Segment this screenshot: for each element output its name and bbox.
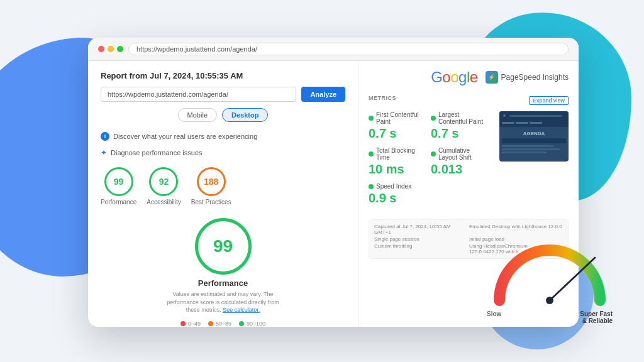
big-score-circle: 99	[195, 218, 252, 275]
legend-label-red: 0–49	[188, 321, 201, 327]
thumb-content-block	[502, 138, 566, 143]
dot-close	[98, 46, 104, 52]
metric-name-si: Speed Index	[369, 183, 425, 190]
tab-desktop[interactable]: Desktop	[222, 108, 268, 122]
screenshot-thumbnail: AGENDA	[499, 111, 569, 162]
score-label-accessibility: Accessibility	[147, 199, 180, 206]
tab-row: Mobile Desktop	[101, 108, 345, 122]
gauge-fast-label: Super Fast& Reliable	[580, 310, 613, 324]
browser-topbar: https://wpdemo.justattend.com/agenda/	[88, 38, 579, 61]
legend-dot-red	[180, 321, 186, 326]
metric-value-fcp: 0.7 s	[369, 126, 425, 141]
g-letter-4: g	[458, 69, 467, 85]
score-performance: 99 Performance	[101, 167, 136, 206]
browser-dots	[98, 46, 123, 52]
metric-si: Speed Index 0.9 s	[369, 183, 425, 206]
g-letter-2: o	[442, 69, 450, 85]
g-letter-1: G	[431, 69, 442, 85]
gauge-svg	[487, 238, 613, 307]
legend-row: 0–49 50–89 90–100	[101, 321, 345, 327]
metric-value-cls: 0.013	[431, 162, 487, 177]
discover-text: Discover what your real users are experi…	[113, 133, 257, 140]
thumb-main: AGENDA	[499, 127, 569, 158]
expand-view-button[interactable]: Expand view	[529, 96, 569, 105]
dot-minimize	[108, 46, 114, 52]
metric-fcp: First Contentful Paint 0.7 s	[369, 111, 425, 141]
discover-row: i Discover what your real users are expe…	[101, 129, 345, 143]
score-circle-performance: 99	[104, 167, 133, 196]
gauge-section: Slow Super Fast& Reliable	[487, 238, 613, 324]
score-accessibility: 92 Accessibility	[147, 167, 180, 206]
g-letter-6: e	[470, 69, 478, 85]
thumb-line-3	[502, 151, 547, 153]
scores-row: 99 Performance 92 Accessibility 188 Best…	[101, 167, 345, 206]
thumb-line-1	[502, 145, 553, 147]
thumb-url-bar	[509, 115, 562, 117]
score-label-best-practices: Best Practices	[191, 199, 231, 206]
see-calculator-link[interactable]: See calculator.	[223, 307, 260, 313]
browser-url-bar: https://wpdemo.justattend.com/agenda/	[128, 43, 569, 55]
url-input[interactable]	[101, 87, 296, 102]
info-icon: i	[101, 132, 109, 141]
legend-dot-green	[239, 321, 244, 326]
metrics-label: METRICS	[369, 95, 396, 101]
metric-name-lcp: Largest Contentful Paint	[431, 111, 487, 125]
performance-description: Values are estimated and may vary. The p…	[160, 290, 286, 314]
metric-dot-tbt	[369, 151, 374, 156]
gauge-labels: Slow Super Fast& Reliable	[487, 310, 613, 324]
metrics-grid: First Contentful Paint 0.7 s Largest Con…	[369, 111, 487, 206]
metric-lcp: Largest Contentful Paint 0.7 s	[431, 111, 487, 141]
info-item-5: Custom throttling	[374, 243, 468, 255]
svg-point-1	[546, 297, 553, 304]
metrics-section: METRICS Expand view First Contentful Pai…	[369, 95, 569, 259]
diagnose-text: Diagnose performance issues	[111, 149, 203, 156]
metric-dot-fcp	[369, 116, 374, 121]
dot-maximize	[117, 46, 123, 52]
legend-red: 0–49	[180, 321, 201, 327]
legend-label-green: 90–100	[247, 321, 265, 327]
thumb-dot-1	[503, 114, 506, 117]
legend-orange: 50–89	[208, 321, 231, 327]
google-logo: Google	[431, 69, 477, 86]
psi-header: Google ⚡ PageSpeed Insights	[369, 69, 569, 86]
thumb-nav-item	[502, 122, 514, 124]
left-panel: Report from Jul 7, 2024, 10:55:35 AM Ana…	[88, 61, 358, 327]
metric-value-tbt: 10 ms	[369, 162, 425, 177]
info-item-2: Emulated Desktop with Lighthouse 12.0.0	[469, 224, 563, 235]
info-item-3: Single page session	[374, 236, 468, 242]
info-item-1: Captured at Jul 7, 2024, 10:55 AM GMT+1	[374, 224, 468, 235]
thumb-line-2	[502, 148, 560, 150]
report-title: Report from Jul 7, 2024, 10:55:35 AM	[101, 71, 345, 80]
legend-green: 90–100	[239, 321, 265, 327]
thumb-nav-item	[530, 122, 542, 124]
legend-label-orange: 50–89	[216, 321, 231, 327]
metric-value-lcp: 0.7 s	[431, 126, 487, 141]
analyze-button[interactable]: Analyze	[301, 87, 345, 102]
psi-brand: ⚡ PageSpeed Insights	[486, 71, 569, 84]
performance-section: 99 Performance Values are estimated and …	[101, 218, 345, 314]
score-best-practices: 188 Best Practices	[191, 167, 231, 206]
metric-name-fcp: First Contentful Paint	[369, 111, 425, 125]
metric-cls: Cumulative Layout Shift 0.013	[431, 147, 487, 177]
star-icon: ✦	[101, 148, 107, 157]
gauge-slow-label: Slow	[487, 310, 501, 324]
tab-mobile[interactable]: Mobile	[178, 108, 217, 122]
thumb-title: AGENDA	[502, 131, 566, 136]
svg-line-0	[550, 258, 595, 300]
metric-value-si: 0.9 s	[369, 191, 425, 206]
performance-label: Performance	[198, 278, 248, 288]
metric-dot-lcp	[431, 116, 436, 121]
metric-tbt: Total Blocking Time 10 ms	[369, 147, 425, 177]
metric-dot-si	[369, 184, 374, 189]
metric-dot-cls	[431, 151, 436, 156]
psi-label: PageSpeed Insights	[501, 73, 569, 82]
thumb-nav-items	[502, 122, 566, 124]
url-bar-row: Analyze	[101, 87, 345, 102]
score-circle-best-practices: 188	[197, 167, 226, 196]
thumb-header	[499, 111, 569, 120]
metric-name-tbt: Total Blocking Time	[369, 147, 425, 161]
thumb-nav-item	[516, 122, 528, 124]
psi-icon: ⚡	[486, 71, 498, 84]
score-circle-accessibility: 92	[149, 167, 178, 196]
g-letter-3: o	[450, 69, 458, 85]
